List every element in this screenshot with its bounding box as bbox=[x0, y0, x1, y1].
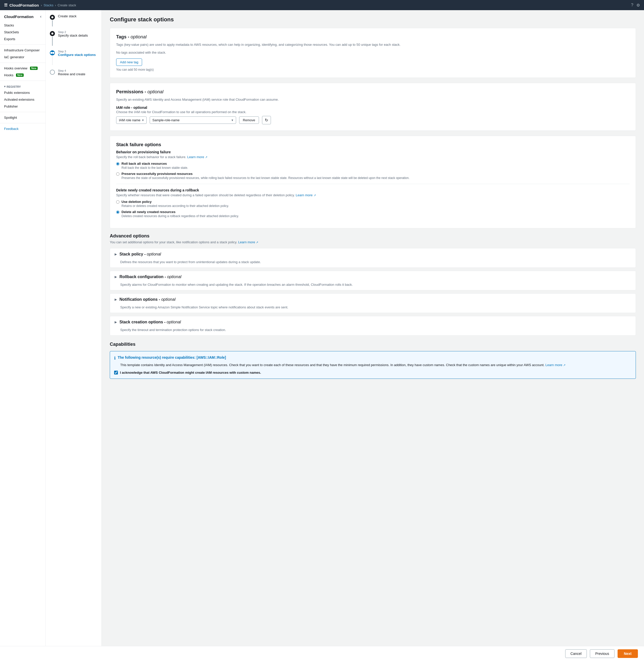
stack-creation-header[interactable]: ▶ Stack creation options - optional bbox=[110, 316, 636, 328]
sidebar-item-feedback[interactable]: Feedback bbox=[0, 126, 45, 132]
sidebar-collapse-button[interactable]: ‹ bbox=[40, 14, 41, 19]
sidebar-item-label: Stacks bbox=[4, 23, 14, 27]
step-4-num: Step 4 bbox=[58, 69, 97, 72]
sidebar-item-hooks[interactable]: Hooks New bbox=[0, 72, 45, 78]
permissions-title: Permissions - optional bbox=[116, 89, 629, 95]
rollback-config-header[interactable]: ▶ Rollback configuration - optional bbox=[110, 271, 636, 283]
sidebar-item-hooks-overview[interactable]: Hooks overview New bbox=[0, 65, 45, 72]
delete-radio-group: Use deletion policy Retains or deletes c… bbox=[116, 200, 629, 218]
preserve-option: Preserve successfully provisioned resour… bbox=[116, 172, 629, 180]
capabilities-learn-more-link[interactable]: Learn more ↗ bbox=[545, 363, 566, 367]
previous-button[interactable]: Previous bbox=[590, 649, 614, 658]
stack-policy-title: Stack policy - optional bbox=[119, 252, 161, 256]
next-button[interactable]: Next bbox=[618, 649, 638, 658]
rollback-radio-group: Roll back all stack resources Roll back … bbox=[116, 161, 629, 180]
cancel-button[interactable]: Cancel bbox=[565, 649, 587, 658]
behavior-desc: Specify the roll back behavior for a sta… bbox=[116, 155, 629, 159]
sidebar-item-exports[interactable]: Exports bbox=[0, 36, 45, 43]
delete-all-label[interactable]: Delete all newly created resources bbox=[121, 210, 175, 214]
step-2-num: Step 2 bbox=[58, 30, 97, 33]
sidebar-item-iac-generator[interactable]: IaC generator bbox=[0, 54, 45, 61]
sidebar-item-activated-extensions[interactable]: Activated extensions bbox=[0, 96, 45, 103]
sidebar-item-infra-composer[interactable]: Infrastructure Composer bbox=[0, 47, 45, 54]
sidebar-item-label: StackSets bbox=[4, 30, 19, 34]
registry-group-label[interactable]: ▾ Registry bbox=[0, 83, 45, 89]
preserve-radio[interactable] bbox=[116, 173, 119, 176]
iam-acknowledge-label[interactable]: I acknowledge that AWS CloudFormation mi… bbox=[120, 371, 261, 374]
stack-policy-arrow-icon: ▶ bbox=[115, 252, 117, 256]
stack-creation-arrow-icon: ▶ bbox=[115, 320, 117, 324]
delete-resources-label: Delete newly created resources during a … bbox=[116, 188, 629, 192]
rollback-label[interactable]: Roll back all stack resources bbox=[121, 162, 167, 165]
sidebar-item-stacksets[interactable]: StackSets bbox=[0, 29, 45, 36]
add-new-tag-button[interactable]: Add new tag bbox=[116, 59, 142, 66]
remove-button[interactable]: Remove bbox=[239, 116, 259, 124]
delete-all-radio[interactable] bbox=[116, 210, 119, 214]
step-4-label: Review and create bbox=[58, 72, 97, 76]
external-link-icon: ↗ bbox=[205, 156, 207, 159]
step-4: Step 4 Review and create bbox=[50, 69, 97, 76]
page-footer: Cancel Previous Next bbox=[0, 646, 644, 661]
stack-creation-panel: ▶ Stack creation options - optional Spec… bbox=[110, 316, 636, 336]
sidebar-divider-2 bbox=[0, 63, 45, 63]
behavior-learn-more-link[interactable]: Learn more ↗ bbox=[187, 155, 207, 159]
delete-learn-more-link[interactable]: Learn more ↗ bbox=[296, 193, 316, 197]
capabilities-section: Capabilities ℹ The following resource(s)… bbox=[110, 342, 636, 379]
notification-options-header[interactable]: ▶ Notification options - optional bbox=[110, 294, 636, 305]
iam-role-desc: Choose the IAM role for CloudFormation t… bbox=[116, 110, 629, 114]
content-area: Configure stack options Tags - optional … bbox=[102, 10, 644, 646]
tags-title: Tags - optional bbox=[116, 34, 629, 40]
chevron-right-icon: › bbox=[41, 3, 42, 7]
breadcrumb-stacks[interactable]: Stacks bbox=[43, 3, 53, 7]
external-link-icon-3: ↗ bbox=[256, 241, 258, 244]
help-icon[interactable]: ? bbox=[631, 3, 633, 7]
use-deletion-radio[interactable] bbox=[116, 200, 119, 204]
advanced-title: Advanced options bbox=[110, 233, 636, 239]
tags-card: Tags - optional Tags (key-value pairs) a… bbox=[110, 28, 636, 78]
sidebar-item-stacks[interactable]: Stacks bbox=[0, 22, 45, 29]
advanced-options-section: Advanced options You can set additional … bbox=[110, 233, 636, 336]
sidebar-section-registry: ▾ Registry Public extensions Activated e… bbox=[0, 83, 45, 110]
refresh-button[interactable]: ↻ bbox=[262, 116, 271, 124]
info-box-header: ℹ The following resource(s) require capa… bbox=[114, 356, 631, 361]
stack-policy-panel: ▶ Stack policy - optional Defines the re… bbox=[110, 248, 636, 268]
stack-policy-header[interactable]: ▶ Stack policy - optional bbox=[110, 248, 636, 260]
sidebar-header: CloudFormation ‹ bbox=[0, 14, 45, 22]
step-2-label: Specify stack details bbox=[58, 33, 97, 37]
sidebar-item-label: Hooks bbox=[4, 73, 14, 77]
sidebar-section-tools: Infrastructure Composer IaC generator bbox=[0, 47, 45, 61]
sidebar-item-spotlight[interactable]: Spotlight bbox=[0, 114, 45, 121]
step-3-info: Step 3 Configure stack options bbox=[58, 50, 97, 57]
delete-all-desc: Deletes created resources during a rollb… bbox=[121, 214, 239, 218]
capabilities-checkbox-row: I acknowledge that AWS CloudFormation mi… bbox=[114, 368, 631, 374]
iam-role-value-input[interactable]: Sample-role-name ▾ bbox=[150, 116, 236, 124]
settings-icon[interactable]: ⚙ bbox=[636, 3, 640, 8]
app-name: CloudFormation bbox=[9, 3, 39, 7]
registry-label: Registry bbox=[7, 85, 21, 88]
info-circle-icon: ℹ bbox=[114, 356, 116, 361]
permissions-card: Permissions - optional Specify an existi… bbox=[110, 83, 636, 131]
step-3-num: Step 3 bbox=[58, 50, 97, 53]
advanced-learn-more-link[interactable]: Learn more ↗ bbox=[238, 240, 258, 244]
sidebar-item-public-extensions[interactable]: Public extensions bbox=[0, 89, 45, 96]
iam-acknowledge-checkbox[interactable] bbox=[114, 371, 118, 374]
sidebar-divider-3 bbox=[0, 81, 45, 81]
sidebar-item-label: IaC generator bbox=[4, 55, 24, 59]
menu-icon[interactable]: ☰ bbox=[4, 3, 7, 7]
use-deletion-label[interactable]: Use deletion policy bbox=[121, 200, 152, 204]
step-4-info: Step 4 Review and create bbox=[58, 69, 97, 76]
input-dropdown-arrow-icon: ▾ bbox=[232, 118, 233, 122]
iam-role-name-dropdown[interactable]: IAM role name ▾ bbox=[116, 116, 147, 124]
tags-description: Tags (key-value pairs) are used to apply… bbox=[116, 42, 629, 48]
stack-failure-title: Stack failure options bbox=[116, 142, 629, 147]
sidebar-section-hooks: Hooks overview New Hooks New bbox=[0, 65, 45, 78]
sidebar-item-label: Public extensions bbox=[4, 91, 30, 95]
sidebar-item-publisher[interactable]: Publisher bbox=[0, 103, 45, 110]
rollback-radio[interactable] bbox=[116, 162, 119, 165]
main-container: CloudFormation ‹ Stacks StackSets Export… bbox=[0, 10, 644, 646]
preserve-label[interactable]: Preserve successfully provisioned resour… bbox=[121, 172, 193, 176]
preserve-desc: Preserves the state of successfully prov… bbox=[121, 176, 409, 180]
iam-role-name-dropdown-label: IAM role name bbox=[119, 118, 141, 122]
stack-failure-card: Stack failure options Behavior on provis… bbox=[110, 136, 636, 228]
iam-role-value-text: Sample-role-name bbox=[153, 118, 180, 122]
